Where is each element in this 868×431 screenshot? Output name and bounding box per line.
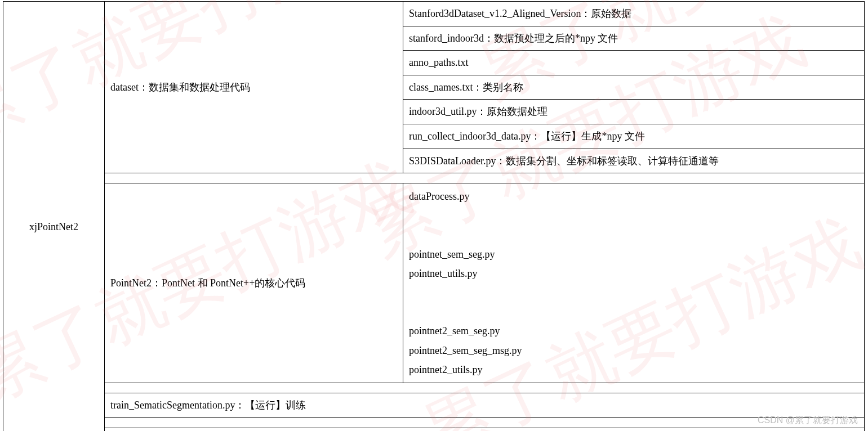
spacer-row	[105, 383, 865, 393]
dataset-item-6: S3DISDataLoader.py：数据集分割、坐标和标签读取、计算特征通道等	[403, 149, 865, 173]
project-structure-table: xjPointNet2 dataset：数据集和数据处理代码 Stanford3…	[3, 1, 865, 431]
train-row: train_SematicSegmentation.py：【运行】训练	[105, 393, 865, 418]
project-name-cell: xjPointNet2	[3, 2, 105, 432]
dataset-item-3: class_names.txt：类别名称	[403, 75, 865, 100]
dataset-label-cell: dataset：数据集和数据处理代码	[105, 2, 403, 173]
pointnet2-label-cell: PointNet2：PontNet 和 PontNet++的核心代码	[105, 183, 403, 383]
footer-credit: CSDN @累了就要打游戏	[758, 415, 858, 426]
spacer-row	[105, 417, 865, 428]
pointnet2-content-cell: dataProcess.pypointnet_sem_seg.pypointne…	[403, 183, 865, 383]
dataset-item-2: anno_paths.txt	[403, 51, 865, 75]
dataset-item-0: Stanford3dDataset_v1.2_Aligned_Version：原…	[403, 2, 865, 26]
dataset-item-5: run_collect_indoor3d_data.py：【运行】生成*npy …	[403, 124, 865, 149]
dataset-item-4: indoor3d_util.py：原始数据处理	[403, 100, 865, 124]
test-row: test_SematicSegmentation.py：【运行】测试预测	[105, 428, 865, 431]
spacer-row	[105, 173, 865, 183]
dataset-item-1: stanford_indoor3d：数据预处理之后的*npy 文件	[403, 26, 865, 51]
